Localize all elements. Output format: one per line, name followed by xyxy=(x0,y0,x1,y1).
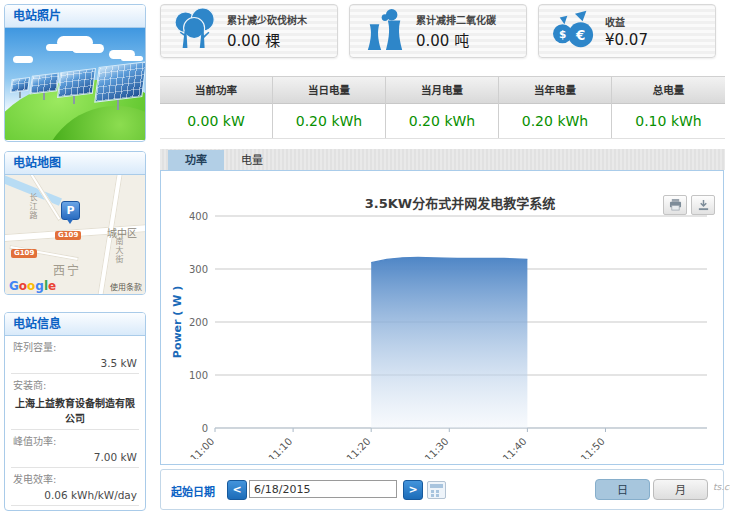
info-row-peak-power: 峰值功率: 7.00 kW xyxy=(11,430,139,468)
info-panel: 电站信息 阵列容量: 3.5 kW 安装商: 上海上益教育设备制造有限公司 峰值… xyxy=(4,312,146,511)
svg-text:100: 100 xyxy=(189,370,208,381)
card-value: 0.00 吨 xyxy=(416,29,496,50)
tab-power[interactable]: 功率 xyxy=(168,150,224,171)
svg-text:11:20: 11:20 xyxy=(344,436,372,459)
power-area-chart[interactable]: 010020030040011:0011:1011:2011:3011:4011… xyxy=(169,199,717,459)
map-panel: 电站地图 长江路 南大街 G109 G109 P 城中区 西宁 Google 使… xyxy=(4,151,146,295)
info-value: 7.00 kW xyxy=(13,448,137,463)
google-letter: e xyxy=(48,279,56,293)
photo-panel-header: 电站照片 xyxy=(5,5,145,28)
card-label: 收益 xyxy=(605,14,648,29)
info-value: 0.06 kWh/kW/day xyxy=(13,486,137,501)
stat-value: 0.20 kWh xyxy=(273,104,385,138)
chart-tabs: 功率电量 xyxy=(160,149,725,170)
road-label: 南大街 xyxy=(113,237,124,264)
trees-icon xyxy=(173,8,219,54)
svg-text:300: 300 xyxy=(189,264,208,275)
svg-text:11:00: 11:00 xyxy=(188,436,216,459)
card-label: 累计减少砍伐树木 xyxy=(227,12,307,27)
svg-text:400: 400 xyxy=(189,211,208,222)
stat-header: 当月电量 xyxy=(386,77,498,104)
stat-header: 当年电量 xyxy=(499,77,611,104)
chart-watermark: ts.com xyxy=(713,482,730,492)
date-control-bar: 起始日期 < > 日 月 ts.com xyxy=(160,469,724,510)
stat-value: 0.00 kW xyxy=(160,104,272,138)
road-badge: G109 xyxy=(55,231,81,240)
info-value: 3.5 kW xyxy=(13,354,137,369)
road-label: 长江路 xyxy=(27,193,38,220)
income-card: $ € 收益 ¥0.07 xyxy=(538,4,716,58)
svg-text:0: 0 xyxy=(202,423,208,434)
solar-panel xyxy=(94,61,145,102)
card-text: 累计减排二氧化碳 0.00 吨 xyxy=(416,12,496,50)
cooling-towers-icon xyxy=(362,8,408,54)
google-letter: o xyxy=(19,279,27,293)
photo-panel-title: 电站照片 xyxy=(13,9,61,23)
google-letter: g xyxy=(35,279,44,293)
info-list: 阵列容量: 3.5 kW 安装商: 上海上益教育设备制造有限公司 峰值功率: 7… xyxy=(5,336,145,511)
stat-daily-energy: 当日电量 0.20 kWh xyxy=(273,77,386,138)
info-label: 阵列容量: xyxy=(13,339,137,354)
station-map[interactable]: 长江路 南大街 G109 G109 P 城中区 西宁 Google 使用条款 xyxy=(5,175,145,294)
google-letter: G xyxy=(9,279,19,293)
dashboard: 电站照片 电站地图 长江路 南大街 xyxy=(0,0,730,516)
google-logo[interactable]: Google xyxy=(9,279,56,293)
stat-current-power: 当前功率 0.00 kW xyxy=(160,77,273,138)
stat-header: 总电量 xyxy=(612,77,725,104)
info-label: 注册时间: xyxy=(13,509,137,511)
calendar-icon[interactable] xyxy=(427,481,446,499)
info-value: 上海上益教育设备制造有限公司 xyxy=(13,392,137,425)
info-label: 安装商: xyxy=(13,377,137,392)
card-value: ¥0.07 xyxy=(605,31,648,49)
map-panel-header: 电站地图 xyxy=(5,152,145,175)
terms-of-use-link[interactable]: 使用条款 xyxy=(110,281,142,292)
cloud xyxy=(57,36,93,49)
stat-value: 0.20 kWh xyxy=(499,104,611,138)
co2-reduced-card: 累计减排二氧化碳 0.00 吨 xyxy=(349,4,527,58)
info-panel-header: 电站信息 xyxy=(5,313,145,336)
info-row-registered: 注册时间: 六月 18,2015 xyxy=(11,506,139,511)
svg-text:€: € xyxy=(575,28,585,43)
solar-panel xyxy=(57,68,96,98)
info-row-capacity: 阵列容量: 3.5 kW xyxy=(11,336,139,374)
money-bags-icon: $ € xyxy=(551,8,597,54)
station-photo xyxy=(5,28,145,140)
card-value: 0.00 棵 xyxy=(227,29,307,50)
tab-energy[interactable]: 电量 xyxy=(224,150,280,171)
info-row-installer: 安装商: 上海上益教育设备制造有限公司 xyxy=(11,374,139,430)
district-label: 城中区 xyxy=(107,225,137,240)
info-label: 发电效率: xyxy=(13,471,137,486)
info-label: 峰值功率: xyxy=(13,433,137,448)
stat-yearly-energy: 当年电量 0.20 kWh xyxy=(499,77,612,138)
date-input[interactable] xyxy=(249,480,397,498)
info-panel-title: 电站信息 xyxy=(13,317,61,331)
prev-day-button[interactable]: < xyxy=(227,480,247,500)
stat-total-energy: 总电量 0.10 kWh xyxy=(612,77,725,138)
map-pin-marker[interactable]: P xyxy=(61,201,80,220)
info-row-efficiency: 发电效率: 0.06 kWh/kW/day xyxy=(11,468,139,506)
svg-text:11:10: 11:10 xyxy=(266,436,294,459)
start-date-label: 起始日期 xyxy=(171,483,215,499)
svg-text:11:40: 11:40 xyxy=(501,436,529,459)
stat-value: 0.20 kWh xyxy=(386,104,498,138)
svg-text:11:50: 11:50 xyxy=(579,436,607,459)
stat-header: 当日电量 xyxy=(273,77,385,104)
power-stats-table: 当前功率 0.00 kW 当日电量 0.20 kWh 当月电量 0.20 kWh… xyxy=(160,76,725,139)
next-day-button[interactable]: > xyxy=(403,480,423,500)
card-text: 收益 ¥0.07 xyxy=(605,14,648,49)
svg-text:200: 200 xyxy=(189,317,208,328)
stat-monthly-energy: 当月电量 0.20 kWh xyxy=(386,77,499,138)
trees-saved-card: 累计减少砍伐树木 0.00 棵 xyxy=(160,4,338,58)
card-text: 累计减少砍伐树木 0.00 棵 xyxy=(227,12,307,50)
svg-text:11:30: 11:30 xyxy=(423,436,451,459)
card-label: 累计减排二氧化碳 xyxy=(416,12,496,27)
month-range-button[interactable]: 月 xyxy=(653,479,708,500)
cloud xyxy=(109,50,135,59)
stat-header: 当前功率 xyxy=(160,77,272,104)
power-chart-panel: 3.5KW分布式并网发电教学系统 010020030040011:0011:10… xyxy=(160,170,724,465)
map-panel-title: 电站地图 xyxy=(13,156,61,170)
solar-panel xyxy=(10,77,30,93)
solar-panel xyxy=(29,72,59,94)
svg-text:Power ( W ): Power ( W ) xyxy=(171,286,184,358)
day-range-button[interactable]: 日 xyxy=(595,479,650,500)
